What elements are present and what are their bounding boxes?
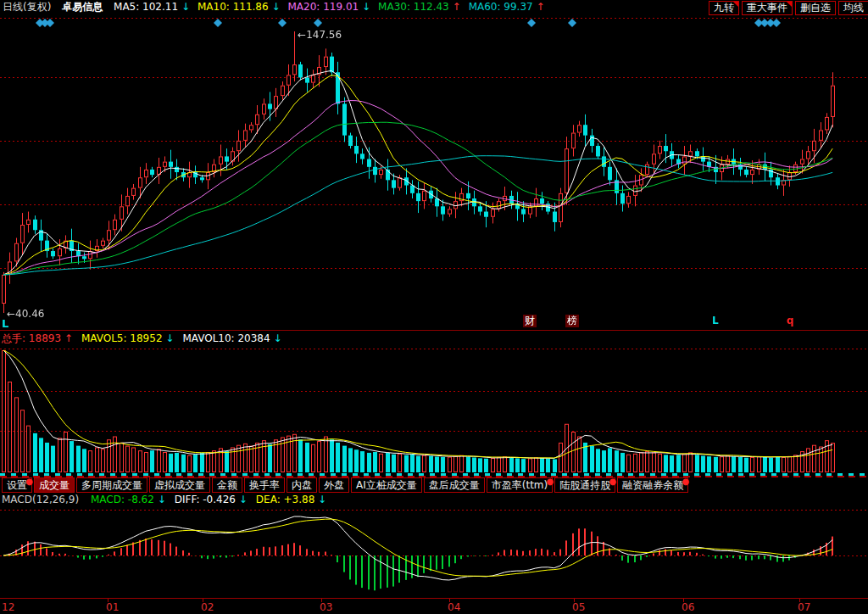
month-label: 05: [572, 601, 585, 613]
top-header: 日线(复权) 卓易信息 MA5: 102.11 ↓MA10: 111.86 ↓M…: [0, 0, 868, 14]
tab-settings[interactable]: 设置●: [2, 477, 32, 493]
marker-ranking[interactable]: 榜: [565, 315, 579, 327]
indicator-tabs: 设置●成交量多周期成交量虚拟成交量金额换手率内盘外盘AI立桩成交量盘后成交量市盈…: [0, 477, 868, 493]
tab-northbound-holding[interactable]: 陆股通持股●: [554, 477, 615, 493]
indicator-value: MAVOL10: 20384 ↓: [182, 332, 281, 344]
tab-amount[interactable]: 金额: [212, 477, 242, 493]
axis-tick: [203, 599, 203, 602]
red-dot-icon: ●: [682, 475, 689, 488]
tab-inner-volume[interactable]: 内盘: [287, 477, 317, 493]
month-label: 07: [798, 601, 810, 613]
tab-turnover-rate[interactable]: 换手率: [244, 477, 285, 493]
month-label: 02: [201, 601, 214, 613]
tab-volume[interactable]: 成交量: [34, 477, 75, 493]
low-point-label: L: [2, 317, 8, 330]
indicator-value: MA10: 111.86 ↓: [198, 1, 281, 13]
indicator-value: DEA: +3.88 ↓: [256, 494, 326, 505]
date-axis[interactable]: 1201020304050607: [0, 598, 868, 614]
volume-header: 总手: 18893 ↑MAVOL5: 18952 ↓MAVOL10: 20384…: [0, 331, 868, 346]
month-label: 12: [2, 601, 14, 613]
marker-q[interactable]: q: [787, 315, 794, 327]
indicator-value: MA5: 102.11 ↓: [114, 1, 190, 13]
tab-pe-ttm[interactable]: 市盈率(ttm)●: [487, 477, 553, 493]
axis-tick: [108, 599, 108, 602]
axis-tick: [683, 599, 684, 602]
stock-name: 卓易信息: [62, 1, 103, 13]
tab-after-hours-volume[interactable]: 盘后成交量: [424, 477, 485, 493]
axis-tick: [574, 599, 575, 602]
tab-virtual-volume[interactable]: 虚拟成交量: [149, 477, 210, 493]
red-dot-icon: ●: [25, 475, 33, 488]
period-label: 日线(复权): [3, 1, 51, 13]
indicator-value: DIFF: -0.426 ↓: [175, 494, 248, 505]
indicator-value: MA30: 112.43 ↑: [378, 1, 461, 13]
red-dot-icon: ●: [609, 475, 616, 488]
axis-tick: [321, 599, 322, 602]
app-window: 日线(复权) 卓易信息 MA5: 102.11 ↓MA10: 111.86 ↓M…: [0, 0, 868, 614]
indicator-tab-bar: 设置●成交量多周期成交量虚拟成交量金额换手率内盘外盘AI立桩成交量盘后成交量市盈…: [0, 473, 868, 493]
month-label: 03: [320, 601, 332, 613]
indicator-value: MACD: -8.62 ↓: [91, 494, 166, 505]
volume-chart[interactable]: [0, 348, 868, 473]
month-label: 01: [106, 601, 119, 613]
macd-param: MACD(12,26,9): [2, 494, 79, 505]
indicator-value: MA20: 119.01 ↓: [288, 1, 371, 13]
indicator-value: 总手: 18893 ↑: [2, 332, 73, 344]
macd-values: MACD: -8.62 ↓DIFF: -0.426 ↓DEA: +3.88 ↓: [91, 494, 335, 505]
tab-margin-balance[interactable]: 融资融券余额●: [617, 477, 688, 493]
indicator-value: MA60: 99.37 ↑: [469, 1, 545, 13]
tab-multi-period-volume[interactable]: 多周期成交量: [76, 477, 147, 493]
tab-outer-volume[interactable]: 外盘: [319, 477, 349, 493]
month-label: 06: [682, 601, 694, 613]
tab-ai-pillar-volume[interactable]: AI立桩成交量: [351, 477, 422, 493]
axis-tick: [449, 599, 450, 602]
new-badge-icon: [733, 2, 738, 7]
marker-l[interactable]: L: [712, 315, 719, 327]
macd-header: MACD(12,26,9) MACD: -8.62 ↓DIFF: -0.426 …: [0, 493, 868, 507]
indicator-value: MAVOL5: 18952 ↓: [81, 332, 174, 344]
axis-tick: [799, 599, 800, 602]
ma-values: MA5: 102.11 ↓MA10: 111.86 ↓MA20: 119.01 …: [114, 1, 553, 13]
red-dot-icon: ●: [546, 475, 554, 488]
macd-chart[interactable]: [0, 507, 868, 598]
main-price-chart[interactable]: [0, 14, 868, 330]
new-badge-icon: [787, 2, 792, 7]
marker-financial-report[interactable]: 财: [523, 315, 537, 327]
month-label: 04: [448, 601, 460, 613]
